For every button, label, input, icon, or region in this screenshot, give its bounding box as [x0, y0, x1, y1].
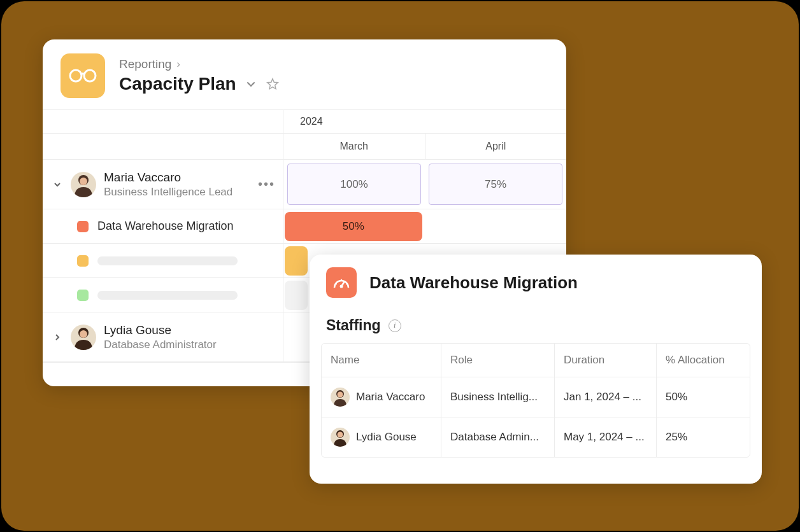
allocation-cell[interactable]: 75%	[429, 164, 562, 205]
svg-point-3	[80, 178, 87, 185]
app-glasses-icon	[61, 53, 105, 98]
task-color-chip	[77, 290, 89, 301]
project-detail-card: Data Warehouse Migration Staffing i Name…	[310, 255, 762, 484]
person-name: Maria Vaccaro	[104, 171, 232, 185]
gauge-icon	[326, 267, 357, 298]
person-role: Database Administrator	[104, 339, 217, 351]
more-menu-icon[interactable]: •••	[258, 177, 275, 192]
svg-point-9	[346, 283, 347, 284]
placeholder-label	[97, 256, 238, 265]
chevron-right-icon: ›	[176, 59, 180, 70]
table-header: Name Role Duration % Allocation	[322, 344, 750, 377]
month-cell: April	[425, 134, 567, 159]
svg-point-8	[336, 283, 337, 284]
svg-point-10	[341, 279, 342, 281]
year-row: 2024	[43, 110, 566, 134]
month-header-row: March April	[43, 134, 566, 160]
placeholder-label	[97, 291, 238, 300]
allocation-cell[interactable]: 100%	[287, 164, 421, 205]
cell-name: Lydia Gouse	[356, 431, 417, 444]
allocation-bar[interactable]	[285, 281, 308, 310]
task-color-chip	[77, 221, 89, 232]
svg-point-14	[338, 432, 343, 438]
cell-allocation: 50%	[657, 377, 750, 417]
person-row[interactable]: Maria Vaccaro Business Intelligence Lead…	[43, 160, 566, 209]
page-title: Capacity Plan	[119, 74, 236, 94]
task-row[interactable]: Data Warehouse Migration 50%	[43, 209, 566, 244]
allocation-bar[interactable]	[285, 246, 308, 276]
task-color-chip	[77, 255, 89, 267]
chevron-down-icon[interactable]	[245, 78, 257, 90]
column-header[interactable]: Name	[322, 344, 441, 377]
table-row[interactable]: Maria Vaccaro Business Intellig... Jan 1…	[322, 377, 750, 417]
avatar	[71, 325, 96, 350]
column-header[interactable]: Role	[441, 344, 555, 377]
task-label: Data Warehouse Migration	[97, 220, 233, 233]
person-role: Business Intelligence Lead	[104, 186, 232, 199]
person-name: Lydia Gouse	[104, 323, 217, 337]
year-label: 2024	[300, 116, 323, 127]
svg-point-0	[70, 70, 82, 81]
staffing-table: Name Role Duration % Allocation Maria Va…	[321, 343, 750, 458]
svg-point-12	[338, 392, 343, 398]
column-header[interactable]: % Allocation	[657, 344, 750, 377]
cell-allocation: 25%	[657, 417, 750, 457]
card-header: Reporting › Capacity Plan	[43, 39, 566, 109]
section-title: Staffing	[326, 317, 381, 334]
svg-point-5	[80, 330, 87, 338]
info-icon[interactable]: i	[389, 319, 401, 332]
background-canvas: Reporting › Capacity Plan 2024	[1, 1, 799, 531]
avatar	[71, 172, 96, 197]
avatar	[331, 428, 350, 447]
cell-duration: May 1, 2024 – ...	[555, 417, 657, 457]
svg-line-7	[341, 281, 345, 286]
cell-duration: Jan 1, 2024 – ...	[555, 377, 657, 417]
month-cell: March	[283, 134, 425, 159]
allocation-bar[interactable]: 50%	[285, 212, 422, 241]
cell-role: Business Intellig...	[441, 377, 555, 417]
column-header[interactable]: Duration	[555, 344, 657, 377]
breadcrumb[interactable]: Reporting ›	[119, 57, 280, 71]
table-row[interactable]: Lydia Gouse Database Admin... May 1, 202…	[322, 417, 750, 457]
svg-point-1	[84, 70, 96, 81]
star-icon[interactable]	[266, 77, 280, 91]
expand-icon[interactable]	[52, 332, 63, 343]
breadcrumb-label: Reporting	[119, 57, 171, 71]
cell-role: Database Admin...	[441, 417, 555, 457]
avatar	[331, 388, 350, 407]
detail-title: Data Warehouse Migration	[369, 273, 578, 293]
cell-name: Maria Vaccaro	[356, 391, 425, 403]
collapse-icon[interactable]	[52, 179, 63, 190]
